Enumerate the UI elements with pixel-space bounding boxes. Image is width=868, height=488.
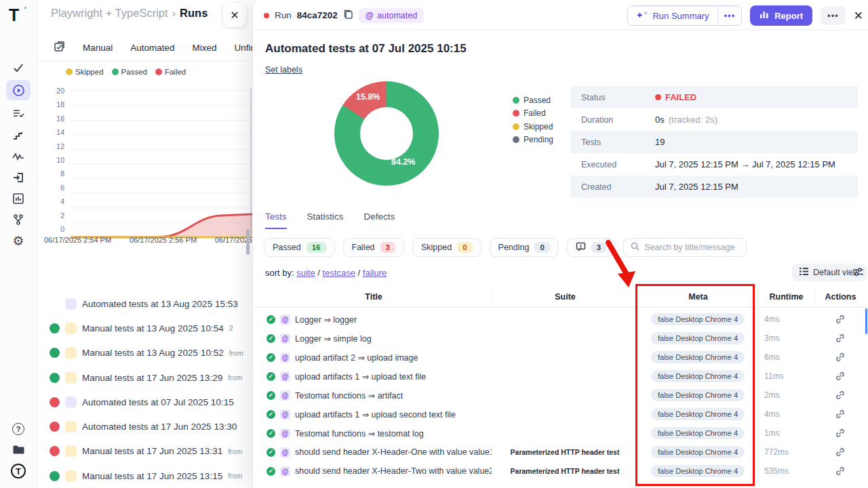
filter-failed[interactable]: Failed3 <box>343 238 404 257</box>
settings-icon[interactable]: ⚙ <box>6 230 31 251</box>
run-list-item[interactable]: Automated tests at 07 Jul 2025 10:15 <box>37 390 252 414</box>
run-summary-more-button[interactable]: ••• <box>717 6 742 25</box>
link-icon[interactable] <box>814 428 866 438</box>
run-label: Manual tests at 17 Jun 2025 13:31 <box>82 446 222 456</box>
run-list-item[interactable]: Manual tests at 13 Aug 2025 10:54 2 <box>37 316 252 340</box>
run-list-item[interactable]: Automated tests at 17 Jun 2025 13:30 <box>37 414 252 439</box>
test-result-row[interactable]: ✓ @ upload artifacts 1 ⇒ upload second t… <box>256 405 868 424</box>
run-summary-button[interactable]: ✦✧ Run Summary <box>628 6 717 25</box>
projects-icon[interactable] <box>6 439 31 460</box>
link-icon[interactable] <box>814 352 866 362</box>
legend-skipped: Skipped <box>513 120 553 134</box>
run-kind-icon <box>65 372 77 384</box>
select-runs-icon[interactable] <box>54 41 65 54</box>
test-runtime: 2ms <box>757 390 814 400</box>
summary-row: Duration 0s(tracked: 2s) <box>570 108 858 131</box>
run-list-item[interactable]: Automated tests at 13 Aug 2025 15:53 <box>37 291 252 316</box>
pulse-icon[interactable] <box>6 146 31 167</box>
run-label: Manual tests at 13 Aug 2025 10:52 <box>82 348 224 358</box>
more-actions-button[interactable]: ••• <box>821 6 846 25</box>
testomat-icon: @ <box>280 371 290 382</box>
col-title[interactable]: Title <box>256 290 492 304</box>
summary-row: Tests 19 <box>570 131 858 153</box>
run-list-item[interactable]: Manual tests at 13 Aug 2025 10:52 from <box>37 341 252 365</box>
link-icon[interactable] <box>814 314 866 324</box>
background-scrollbar[interactable] <box>246 229 250 255</box>
run-status-icon <box>50 422 60 432</box>
meta-pill: false Desktop Chrome 4 <box>651 465 745 477</box>
run-list-item[interactable]: Manual tests at 17 Jun 2025 13:29 from <box>37 365 252 390</box>
sort-failure-link[interactable]: failure <box>363 268 387 278</box>
filter-pending[interactable]: Pending0 <box>490 238 559 257</box>
run-label: Automated tests at 17 Jun 2025 13:30 <box>82 422 237 432</box>
close-panel-button[interactable]: ✕ <box>223 3 246 27</box>
test-runtime: 772ms <box>757 447 814 457</box>
search-input[interactable] <box>644 243 743 252</box>
test-result-row[interactable]: ✓ @ upload artifact 2 ⇒ upload image fal… <box>256 348 868 367</box>
test-result-row[interactable]: ✓ @ Testomat functions ⇒ testomat log fa… <box>256 424 868 443</box>
test-result-row[interactable]: ✓ @ should send header X-Header-One with… <box>256 443 868 462</box>
y-axis-ticks: 20181614121086420 <box>44 87 64 233</box>
link-icon[interactable] <box>814 466 866 476</box>
breadcrumb-project[interactable]: Playwright + TypeScript <box>51 7 168 19</box>
test-title: Logger ⇒ simple log <box>295 333 372 344</box>
testomat-icon: @ <box>280 447 290 458</box>
link-icon[interactable] <box>814 371 866 381</box>
analytics-icon[interactable] <box>6 188 31 209</box>
test-runtime: 535ms <box>757 466 814 476</box>
filter-passed[interactable]: Passed16 <box>264 238 335 257</box>
meta-pill: false Desktop Chrome 4 <box>651 427 745 439</box>
x-axis-labels: 06/17/2025 2:54 PM06/17/2025 2:56 PM06/1… <box>44 236 252 244</box>
automated-badge[interactable]: @automated <box>359 8 424 23</box>
run-kind-icon <box>65 445 77 457</box>
test-result-row[interactable]: ✓ @ Logger ⇒ logger false Desktop Chrome… <box>256 310 868 329</box>
tab-defects[interactable]: Defects <box>364 211 395 229</box>
sort-suite-link[interactable]: suite <box>296 268 315 278</box>
filter-skipped[interactable]: Skipped0 <box>412 238 481 257</box>
report-button[interactable]: Report <box>750 5 812 26</box>
meta-pill: false Desktop Chrome 4 <box>651 370 745 382</box>
tab-automated[interactable]: Automated <box>130 43 174 53</box>
runs-icon[interactable] <box>6 80 31 100</box>
failed-pct-label: 15.8% <box>356 92 380 102</box>
results-donut-chart: 15.8% 84.2% <box>334 81 439 186</box>
col-meta[interactable]: Meta <box>638 290 757 304</box>
test-result-row[interactable]: ✓ @ should send header X-Header-Two with… <box>256 462 868 481</box>
sort-by: sort by: suite / testcase / failure <box>265 268 387 278</box>
set-labels-link[interactable]: Set labels <box>265 65 302 75</box>
filter-comments[interactable]: 3 <box>567 238 615 257</box>
test-title: should send header X-Header-One with val… <box>295 447 492 457</box>
tab-tests[interactable]: Tests <box>265 211 287 229</box>
link-icon[interactable] <box>814 390 866 400</box>
tests-icon[interactable] <box>6 58 31 78</box>
column-settings-icon[interactable] <box>852 266 864 281</box>
tab-manual[interactable]: Manual <box>83 43 113 53</box>
import-icon[interactable] <box>6 167 31 188</box>
link-icon[interactable] <box>814 447 866 457</box>
test-result-row[interactable]: ✓ @ upload artifacts 1 ⇒ upload text fil… <box>256 367 868 386</box>
col-suite[interactable]: Suite <box>492 290 638 304</box>
tab-mixed[interactable]: Mixed <box>193 43 217 53</box>
run-suffix: from <box>229 349 243 357</box>
steps-icon[interactable] <box>6 125 31 146</box>
branch-icon[interactable] <box>6 209 31 230</box>
help-icon[interactable]: ? <box>6 419 31 439</box>
col-actions[interactable]: Actions <box>814 290 866 304</box>
tab-statistics[interactable]: Statistics <box>307 211 344 229</box>
test-result-row[interactable]: ✓ @ Testomat functions ⇒ artifact false … <box>256 386 868 405</box>
copy-run-id-icon[interactable] <box>343 9 353 22</box>
link-icon[interactable] <box>814 333 866 343</box>
account-avatar[interactable]: T <box>6 461 31 481</box>
plans-icon[interactable] <box>6 103 31 123</box>
run-status-dot <box>264 13 269 18</box>
run-list-item[interactable]: Manual tests at 17 Jun 2025 13:15 from <box>37 464 252 488</box>
run-list-item[interactable]: Manual tests at 17 Jun 2025 13:31 from <box>37 439 252 464</box>
table-scrollbar[interactable] <box>865 308 867 334</box>
close-icon[interactable]: ✕ <box>854 9 863 23</box>
link-icon[interactable] <box>814 409 866 419</box>
col-runtime[interactable]: Runtime <box>757 290 814 304</box>
tab-unfinished[interactable]: Unfinished <box>235 43 252 53</box>
test-result-row[interactable]: ✓ @ Logger ⇒ simple log false Desktop Ch… <box>256 329 868 348</box>
run-kind-icon <box>65 347 77 359</box>
sort-testcase-link[interactable]: testcase <box>323 268 355 278</box>
